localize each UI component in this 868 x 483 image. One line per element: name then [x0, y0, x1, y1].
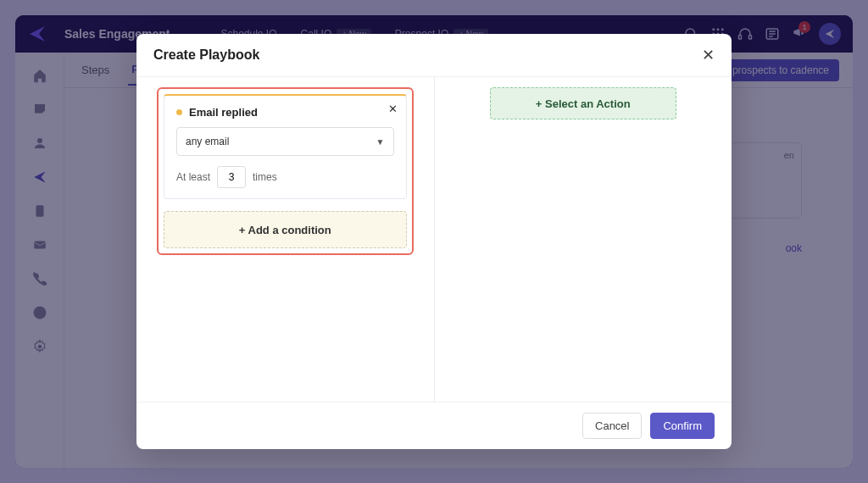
create-playbook-modal: Create Playbook ✕ ✕ Email replied any em… [136, 34, 732, 449]
condition-name: Email replied [189, 106, 258, 119]
chevron-down-icon: ▼ [376, 137, 385, 147]
select-action-button[interactable]: + Select an Action [490, 87, 676, 119]
freq-prefix: At least [176, 171, 210, 183]
modal-body: ✕ Email replied any email ▼ At least [136, 76, 732, 402]
modal-header: Create Playbook ✕ [136, 34, 732, 76]
modal-title: Create Playbook [153, 47, 259, 63]
frequency-row: At least times [176, 166, 394, 188]
cancel-button[interactable]: Cancel [582, 413, 642, 439]
email-select[interactable]: any email ▼ [176, 127, 394, 156]
condition-dot-icon [176, 109, 182, 115]
actions-column: + Select an Action [435, 77, 732, 402]
remove-condition-icon[interactable]: ✕ [388, 103, 398, 115]
modal-footer: Cancel Confirm [136, 402, 732, 449]
close-icon[interactable]: ✕ [702, 46, 715, 64]
add-condition-button[interactable]: + Add a condition [164, 211, 407, 248]
email-select-value: any email [186, 136, 229, 147]
condition-card: ✕ Email replied any email ▼ At least [164, 94, 407, 199]
condition-group: ✕ Email replied any email ▼ At least [157, 87, 414, 255]
freq-suffix: times [253, 171, 277, 183]
frequency-input[interactable] [217, 166, 246, 188]
modal-overlay: Create Playbook ✕ ✕ Email replied any em… [0, 0, 868, 483]
conditions-column: ✕ Email replied any email ▼ At least [136, 77, 434, 402]
confirm-button[interactable]: Confirm [650, 413, 715, 439]
